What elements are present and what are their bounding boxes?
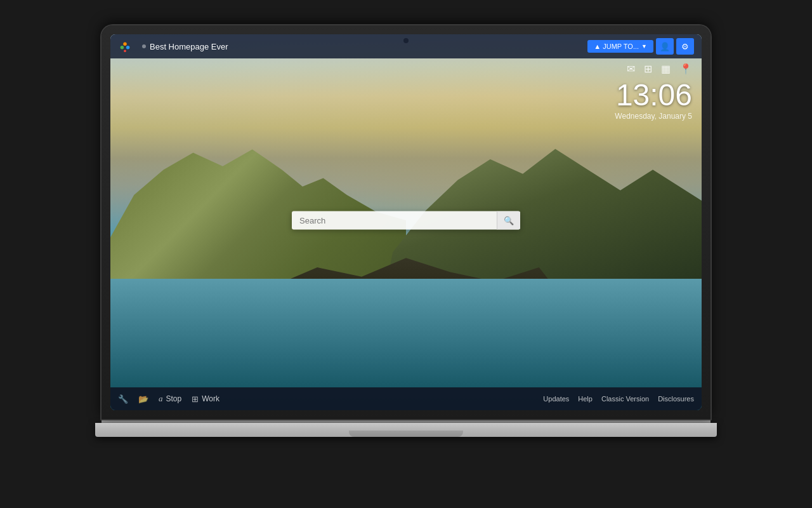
taskbar-item-wrench[interactable]: 🔧	[118, 394, 128, 404]
nav-separator	[142, 44, 146, 48]
laptop-base	[95, 423, 717, 437]
settings-button[interactable]: ⚙	[676, 38, 694, 55]
laptop-lid: Best Homepage Ever ▲ JUMP TO... ▼ 👤 ⚙	[102, 25, 710, 419]
user-button[interactable]: 👤	[656, 38, 674, 55]
classic-version-link[interactable]: Classic Version	[601, 395, 649, 403]
taskbar-left: 🔧 📂 a Stop ⊞ Work	[118, 394, 219, 404]
search-icon: 🔍	[504, 216, 514, 225]
svg-point-0	[123, 43, 127, 46]
nav-logo	[118, 39, 132, 53]
work-icon: ⊞	[192, 394, 199, 404]
nav-title: Best Homepage Ever	[150, 42, 228, 51]
svg-point-1	[121, 46, 124, 50]
shop-label: Stop	[166, 394, 182, 403]
help-link[interactable]: Help	[578, 395, 593, 403]
clock-display: 13:06	[616, 80, 692, 110]
svg-point-3	[124, 50, 126, 53]
search-container: 🔍	[292, 211, 520, 230]
svg-point-2	[126, 46, 130, 50]
chevron-down-icon: ▼	[641, 43, 647, 50]
navbar: Best Homepage Ever ▲ JUMP TO... ▼ 👤 ⚙	[110, 34, 702, 58]
clock-date: Wednesday, January 5	[615, 112, 692, 121]
folder-icon: 📂	[138, 394, 148, 404]
search-button[interactable]: 🔍	[497, 211, 520, 230]
gear-icon: ⚙	[681, 42, 689, 51]
jump-to-label: ▲ JUMP TO...	[594, 43, 639, 50]
taskbar-item-work[interactable]: ⊞ Work	[192, 394, 219, 404]
jump-to-button[interactable]: ▲ JUMP TO... ▼	[587, 40, 653, 53]
taskbar-right: Updates Help Classic Version Disclosures	[543, 395, 694, 403]
logo-icon	[118, 39, 132, 53]
mail-icon[interactable]: ✉	[627, 63, 635, 75]
taskbar-item-shop[interactable]: a Stop	[159, 394, 181, 404]
wrench-icon: 🔧	[118, 394, 128, 404]
widget-icons-row: ✉ ⊞ ▦ 📍	[627, 63, 692, 75]
taskbar: 🔧 📂 a Stop ⊞ Work	[110, 387, 702, 410]
search-bar: 🔍	[292, 211, 520, 230]
laptop-container: Best Homepage Ever ▲ JUMP TO... ▼ 👤 ⚙	[95, 25, 717, 483]
taskbar-item-folder[interactable]: 📂	[138, 394, 148, 404]
work-label: Work	[202, 394, 219, 403]
calendar-icon[interactable]: ▦	[661, 63, 671, 75]
location-icon[interactable]: 📍	[679, 63, 692, 75]
updates-link[interactable]: Updates	[543, 395, 569, 403]
apps-icon[interactable]: ⊞	[644, 63, 652, 75]
screen: Best Homepage Ever ▲ JUMP TO... ▼ 👤 ⚙	[110, 34, 702, 410]
user-icon: 👤	[660, 42, 670, 51]
top-right-widgets: ✉ ⊞ ▦ 📍 13:06 Wednesday, January 5	[615, 63, 692, 121]
laptop-bezel: Best Homepage Ever ▲ JUMP TO... ▼ 👤 ⚙	[110, 34, 702, 410]
disclosures-link[interactable]: Disclosures	[658, 395, 694, 403]
search-input[interactable]	[292, 211, 497, 230]
amazon-icon: a	[159, 394, 163, 404]
